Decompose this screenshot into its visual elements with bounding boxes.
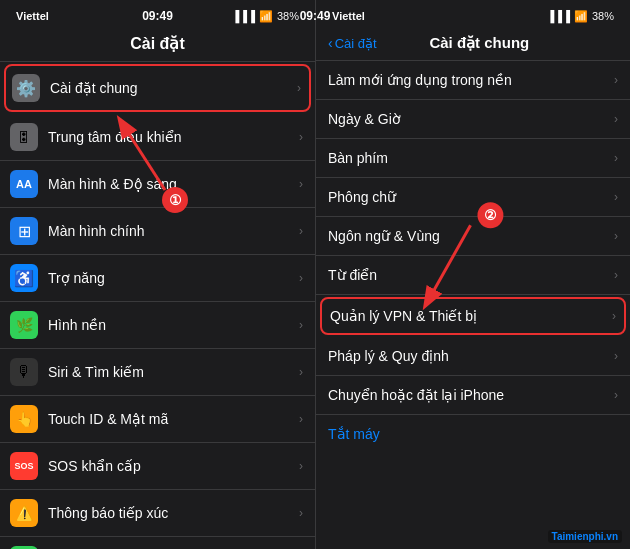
right-item-ngon-ngu[interactable]: Ngôn ngữ & Vùng › bbox=[316, 217, 630, 256]
do-sang-icon: AA bbox=[10, 170, 38, 198]
settings-item-hinh-nen[interactable]: 🌿 Hình nền › bbox=[0, 302, 315, 349]
siri-label: Siri & Tìm kiếm bbox=[48, 364, 299, 380]
right-settings-list[interactable]: Làm mới ứng dụng trong nền › Ngày & Giờ … bbox=[316, 61, 630, 549]
chuyen-dat-lai-label: Chuyển hoặc đặt lại iPhone bbox=[328, 387, 614, 403]
man-hinh-chinh-icon: ⊞ bbox=[10, 217, 38, 245]
trung-tam-icon: 🎛 bbox=[10, 123, 38, 151]
left-screen-title: Cài đặt bbox=[130, 35, 184, 52]
thong-bao-chevron: › bbox=[299, 506, 303, 520]
settings-item-do-sang[interactable]: AA Màn hình & Độ sáng › bbox=[0, 161, 315, 208]
back-chevron-icon: ‹ bbox=[328, 35, 333, 51]
ngay-gio-label: Ngày & Giờ bbox=[328, 111, 614, 127]
thong-bao-icon: ⚠️ bbox=[10, 499, 38, 527]
wifi-icon: 📶 bbox=[259, 10, 273, 23]
right-item-tu-dien[interactable]: Từ điển › bbox=[316, 256, 630, 295]
phong-chu-label: Phông chữ bbox=[328, 189, 614, 205]
touch-id-chevron: › bbox=[299, 412, 303, 426]
right-item-ngay-gio[interactable]: Ngày & Giờ › bbox=[316, 100, 630, 139]
quan-ly-vpn-chevron: › bbox=[612, 309, 616, 323]
lam-moi-label: Làm mới ứng dụng trong nền bbox=[328, 72, 614, 88]
tro-nang-chevron: › bbox=[299, 271, 303, 285]
watermark: Taimienphi.vn bbox=[548, 530, 623, 543]
settings-item-siri[interactable]: 🎙 Siri & Tìm kiếm › bbox=[0, 349, 315, 396]
right-screen-title: Cài đặt chung bbox=[381, 34, 578, 52]
quan-ly-vpn-label: Quản lý VPN & Thiết bị bbox=[330, 308, 612, 324]
settings-item-thong-bao[interactable]: ⚠️ Thông báo tiếp xúc › bbox=[0, 490, 315, 537]
phap-ly-label: Pháp lý & Quy định bbox=[328, 348, 614, 364]
right-status-bar: Viettel 09:49 ▐▐▐ 📶 38% bbox=[316, 0, 630, 28]
ngay-gio-chevron: › bbox=[614, 112, 618, 126]
left-carrier: Viettel bbox=[16, 10, 49, 22]
man-hinh-chinh-label: Màn hình chính bbox=[48, 223, 299, 239]
chuyen-dat-lai-chevron: › bbox=[614, 388, 618, 402]
hinh-nen-icon: 🌿 bbox=[10, 311, 38, 339]
left-nav-header: Cài đặt bbox=[0, 28, 315, 62]
tro-nang-label: Trợ năng bbox=[48, 270, 299, 286]
signal-icon: ▐▐▐ bbox=[232, 10, 255, 22]
hinh-nen-chevron: › bbox=[299, 318, 303, 332]
battery-icon: 38% bbox=[277, 10, 299, 22]
ngon-ngu-label: Ngôn ngữ & Vùng bbox=[328, 228, 614, 244]
left-right-icons: ▐▐▐ 📶 38% bbox=[232, 10, 299, 23]
cai-dat-chung-chevron: › bbox=[297, 81, 301, 95]
tro-nang-icon: ♿ bbox=[10, 264, 38, 292]
settings-item-tro-nang[interactable]: ♿ Trợ năng › bbox=[0, 255, 315, 302]
man-hinh-chinh-chevron: › bbox=[299, 224, 303, 238]
tat-may-label: Tắt máy bbox=[328, 426, 618, 442]
do-sang-label: Màn hình & Độ sáng bbox=[48, 176, 299, 192]
left-phone-panel: Viettel 09:49 ▐▐▐ 📶 38% Cài đặt ⚙️ Cài đ… bbox=[0, 0, 315, 549]
right-battery-icon: 38% bbox=[592, 10, 614, 22]
right-right-icons: ▐▐▐ 📶 38% bbox=[547, 10, 614, 23]
settings-item-sos[interactable]: SOS SOS khẩn cấp › bbox=[0, 443, 315, 490]
left-status-bar: Viettel 09:49 ▐▐▐ 📶 38% bbox=[0, 0, 315, 28]
settings-item-touch-id[interactable]: 👆 Touch ID & Mật mã › bbox=[0, 396, 315, 443]
right-nav-header: ‹ Cài đặt Cài đặt chung bbox=[316, 28, 630, 61]
trung-tam-label: Trung tâm điều khiển bbox=[48, 129, 299, 145]
lam-moi-chevron: › bbox=[614, 73, 618, 87]
settings-item-cai-dat-chung[interactable]: ⚙️ Cài đặt chung › bbox=[4, 64, 311, 112]
siri-icon: 🎙 bbox=[10, 358, 38, 386]
ban-phim-chevron: › bbox=[614, 151, 618, 165]
touch-id-icon: 👆 bbox=[10, 405, 38, 433]
right-item-phong-chu[interactable]: Phông chữ › bbox=[316, 178, 630, 217]
phap-ly-chevron: › bbox=[614, 349, 618, 363]
siri-chevron: › bbox=[299, 365, 303, 379]
right-carrier: Viettel bbox=[332, 10, 365, 22]
right-item-chuyen-dat-lai[interactable]: Chuyển hoặc đặt lại iPhone › bbox=[316, 376, 630, 415]
thong-bao-label: Thông báo tiếp xúc bbox=[48, 505, 299, 521]
back-label: Cài đặt bbox=[335, 36, 377, 51]
cai-dat-chung-label: Cài đặt chung bbox=[50, 80, 297, 96]
ngon-ngu-chevron: › bbox=[614, 229, 618, 243]
right-item-lam-moi[interactable]: Làm mới ứng dụng trong nền › bbox=[316, 61, 630, 100]
tu-dien-label: Từ điển bbox=[328, 267, 614, 283]
settings-item-pin[interactable]: 🔋 Pin › bbox=[0, 537, 315, 549]
trung-tam-chevron: › bbox=[299, 130, 303, 144]
touch-id-label: Touch ID & Mật mã bbox=[48, 411, 299, 427]
sos-chevron: › bbox=[299, 459, 303, 473]
ban-phim-label: Bàn phím bbox=[328, 150, 614, 166]
right-item-phap-ly[interactable]: Pháp lý & Quy định › bbox=[316, 337, 630, 376]
settings-item-trung-tam[interactable]: 🎛 Trung tâm điều khiển › bbox=[0, 114, 315, 161]
sos-icon: SOS bbox=[10, 452, 38, 480]
right-item-ban-phim[interactable]: Bàn phím › bbox=[316, 139, 630, 178]
back-button[interactable]: ‹ Cài đặt bbox=[328, 35, 377, 51]
watermark-suffix: aimienphi.vn bbox=[557, 531, 618, 542]
right-phone-panel: Viettel 09:49 ▐▐▐ 📶 38% ‹ Cài đặt Cài đặ… bbox=[315, 0, 630, 549]
left-settings-list[interactable]: ⚙️ Cài đặt chung › 🎛 Trung tâm điều khiể… bbox=[0, 62, 315, 549]
right-time: 09:49 bbox=[300, 9, 331, 23]
hinh-nen-label: Hình nền bbox=[48, 317, 299, 333]
tu-dien-chevron: › bbox=[614, 268, 618, 282]
do-sang-chevron: › bbox=[299, 177, 303, 191]
sos-label: SOS khẩn cấp bbox=[48, 458, 299, 474]
right-item-tat-may[interactable]: Tắt máy bbox=[316, 415, 630, 453]
right-signal-icon: ▐▐▐ bbox=[547, 10, 570, 22]
left-time: 09:49 bbox=[142, 9, 173, 23]
right-wifi-icon: 📶 bbox=[574, 10, 588, 23]
settings-item-man-hinh-chinh[interactable]: ⊞ Màn hình chính › bbox=[0, 208, 315, 255]
right-item-quan-ly-vpn[interactable]: Quản lý VPN & Thiết bị › bbox=[320, 297, 626, 335]
phong-chu-chevron: › bbox=[614, 190, 618, 204]
cai-dat-chung-icon: ⚙️ bbox=[12, 74, 40, 102]
